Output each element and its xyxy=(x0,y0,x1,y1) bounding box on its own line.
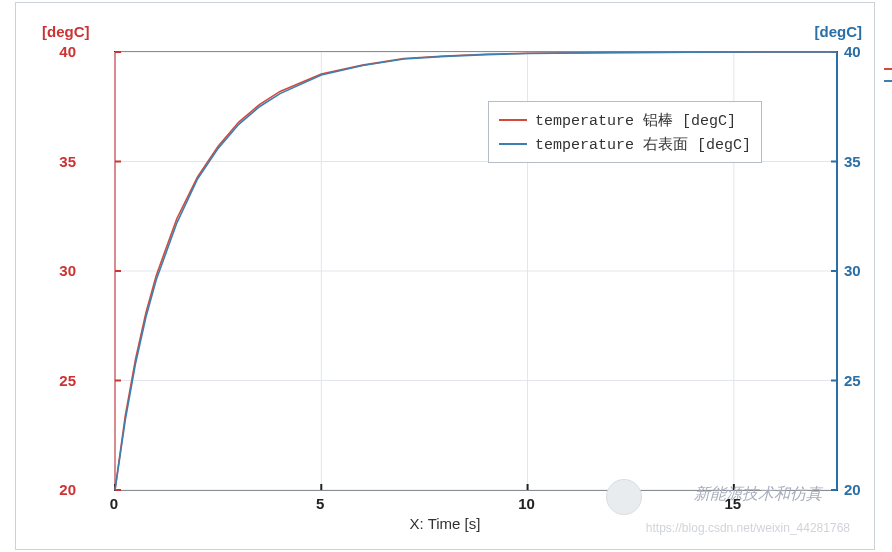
watermark-avatar xyxy=(606,479,642,515)
y-tick-right: 25 xyxy=(844,371,884,388)
y-tick-right: 30 xyxy=(844,262,884,279)
series-swatch-0 xyxy=(884,68,892,70)
legend-label-0: temperature 铝棒 [degC] xyxy=(535,111,736,130)
series-color-swatches xyxy=(884,68,892,92)
x-tick: 5 xyxy=(316,495,324,512)
series-swatch-1 xyxy=(884,80,892,82)
legend-label-1: temperature 右表面 [degC] xyxy=(535,135,751,154)
y-tick-right: 35 xyxy=(844,152,884,169)
legend-swatch-0 xyxy=(499,119,527,121)
y-tick-left: 20 xyxy=(36,481,76,498)
y-tick-left: 40 xyxy=(36,43,76,60)
x-tick: 15 xyxy=(725,495,742,512)
y-axis-right-unit: [degC] xyxy=(815,23,863,40)
y-axis-left-unit: [degC] xyxy=(42,23,90,40)
legend-entry-0[interactable]: temperature 铝棒 [degC] xyxy=(499,108,751,132)
y-tick-left: 30 xyxy=(36,262,76,279)
y-tick-left: 25 xyxy=(36,371,76,388)
y-tick-right: 20 xyxy=(844,481,884,498)
legend[interactable]: temperature 铝棒 [degC] temperature 右表面 [d… xyxy=(488,101,762,163)
x-axis-label: X: Time [s] xyxy=(16,515,874,532)
y-tick-left: 35 xyxy=(36,152,76,169)
chart-panel: [degC] [degC] temperature 铝棒 [degC] temp… xyxy=(15,2,875,550)
y-tick-right: 40 xyxy=(844,43,884,60)
x-tick: 0 xyxy=(110,495,118,512)
legend-swatch-1 xyxy=(499,143,527,145)
x-tick: 10 xyxy=(518,495,535,512)
legend-entry-1[interactable]: temperature 右表面 [degC] xyxy=(499,132,751,156)
